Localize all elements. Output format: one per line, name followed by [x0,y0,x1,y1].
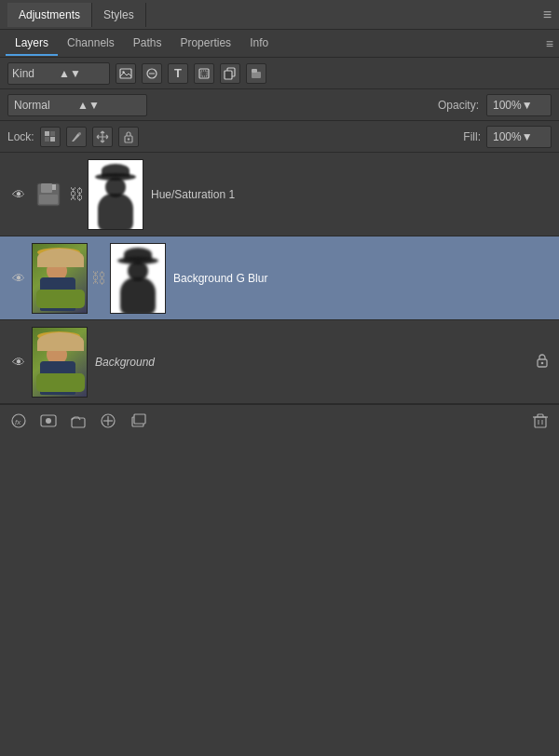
new-adjustment-button[interactable] [97,410,119,432]
fill-arrow[interactable]: ▼ [522,130,545,143]
tab-styles[interactable]: Styles [92,3,146,27]
svg-rect-11 [50,131,55,136]
link-icon-bg-blur: ⛓ [91,270,106,287]
blend-mode-value: Normal [14,99,77,112]
svg-point-26 [46,418,51,424]
svg-rect-8 [252,72,261,78]
link-icon-hue: ⛓ [69,186,84,203]
new-layer-button[interactable] [127,410,149,432]
svg-rect-19 [39,195,58,204]
svg-rect-32 [134,414,145,424]
svg-rect-33 [535,417,546,427]
layer-row-bg-blur[interactable]: 👁 ⛓ [0,236,559,320]
svg-rect-7 [225,71,232,79]
lock-badge-background [535,353,550,371]
filter-icon-copy[interactable] [220,63,240,84]
eye-visibility-hue[interactable]: 👁 [6,187,32,202]
fill-value: 100% [493,130,522,143]
tab-properties[interactable]: Properties [170,32,240,56]
layer-row-hue-saturation[interactable]: 👁 ⛓ [0,153,559,236]
layer-name-bg-blur: Background G Blur [166,272,553,285]
eye-icon-background: 👁 [12,355,25,370]
svg-rect-0 [120,69,131,78]
delete-layer-button[interactable] [529,410,552,432]
svg-rect-27 [72,418,85,427]
lock-label: Lock: [7,130,34,143]
tab-info[interactable]: Info [240,32,278,56]
opacity-label: Opacity: [438,99,479,112]
tab-layers[interactable]: Layers [6,32,58,56]
mask-thumb-bg-blur [110,243,166,314]
filter-row: Kind ▲▼ T [0,58,559,89]
filter-icon-circle[interactable] [142,63,162,84]
svg-point-22 [541,362,544,365]
blend-mode-select[interactable]: Normal ▲▼ [7,94,147,116]
photo-thumb-bg-blur-inner [33,244,87,313]
filter-icon-text[interactable]: T [168,63,188,84]
add-mask-button[interactable] [37,410,60,432]
opacity-arrow[interactable]: ▼ [522,99,545,112]
lock-row: Lock: Fill: 100% ▼ [0,121,559,153]
eye-visibility-background[interactable]: 👁 [6,355,32,370]
svg-text:fx: fx [15,418,21,426]
svg-rect-18 [41,183,52,193]
mask-thumb-hue [88,159,143,230]
thumb-col-hue: ⛓ [32,159,143,230]
lock-all-button[interactable] [118,127,139,147]
tab-row-menu-icon[interactable]: ≡ [546,36,553,51]
svg-rect-5 [201,71,207,76]
layer-name-hue: Hue/Saturation 1 [143,188,553,201]
svg-rect-4 [199,69,209,78]
fill-input[interactable]: 100% ▼ [486,126,552,148]
svg-point-14 [78,132,81,135]
svg-rect-10 [45,131,49,136]
kind-filter-value: Kind [12,67,59,80]
svg-point-16 [127,138,129,140]
opacity-value: 100% [493,99,522,112]
layers-list: 👁 ⛓ [0,153,559,404]
tab-paths[interactable]: Paths [124,32,171,56]
lock-position-button[interactable] [92,127,113,147]
layer-row-background[interactable]: 👁 Background [0,320,559,404]
tab-adjustments[interactable]: Adjustments [7,3,92,27]
lock-pixels-button[interactable] [40,127,61,147]
blend-row: Normal ▲▼ Opacity: 100% ▼ [0,89,559,121]
svg-rect-20 [52,184,56,190]
kind-filter-arrow[interactable]: ▲▼ [59,67,105,80]
filter-icon-rect[interactable] [246,63,266,84]
kind-filter-select[interactable]: Kind ▲▼ [7,62,110,85]
fill-label: Fill: [463,130,481,143]
thumb-col-bg-blur: ⛓ [32,243,166,314]
svg-rect-12 [45,137,49,142]
lock-image-button[interactable] [66,127,87,147]
layer-name-background: Background [88,356,535,369]
svg-rect-13 [50,137,55,142]
photo-thumb-bg-blur [32,243,88,314]
top-bar-menu-icon[interactable]: ≡ [543,7,552,23]
adjustment-icon-hue [32,178,65,211]
opacity-input[interactable]: 100% ▼ [486,94,552,116]
eye-visibility-bg-blur[interactable]: 👁 [6,271,32,286]
new-group-button[interactable] [67,410,89,432]
photo-thumb-background-inner [33,328,87,397]
tab-row: Layers Channels Paths Properties Info ≡ [0,30,559,58]
top-bar: Adjustments Styles ≡ [0,0,559,30]
filter-icon-image[interactable] [116,63,136,84]
blend-mode-arrow[interactable]: ▲▼ [77,99,141,112]
svg-rect-9 [252,69,257,73]
add-fx-button[interactable]: fx [7,410,30,432]
eye-icon-hue: 👁 [12,187,25,202]
eye-icon-bg-blur: 👁 [12,271,25,286]
photo-thumb-background [32,327,88,398]
filter-icon-transform[interactable] [194,63,214,84]
thumb-col-background [32,327,88,398]
bottom-toolbar: fx [0,404,559,436]
tab-channels[interactable]: Channels [58,32,124,56]
